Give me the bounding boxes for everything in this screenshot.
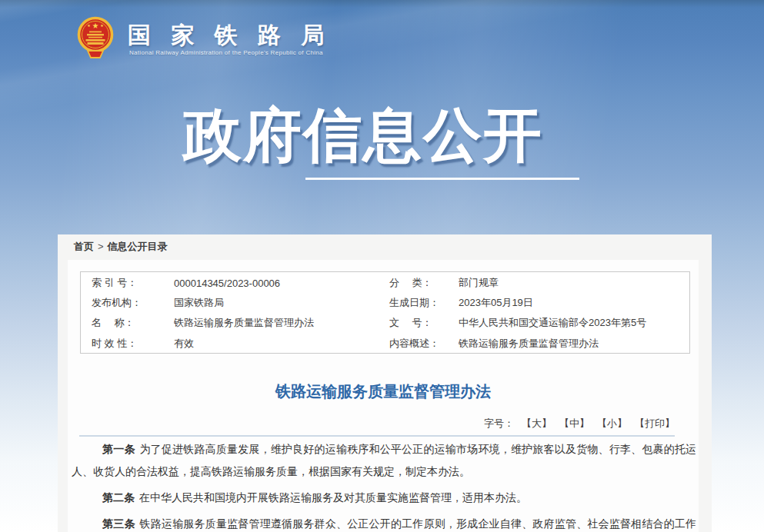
meta-label-name: 名 称：	[92, 316, 174, 330]
meta-label-doc-number: 文 号：	[389, 316, 459, 330]
svg-text:★: ★	[100, 23, 104, 28]
meta-value-doc-number: 中华人民共和国交通运输部令2023年第5号	[459, 316, 689, 330]
meta-value-issuer: 国家铁路局	[174, 296, 389, 310]
meta-label-issue-date: 生成日期：	[389, 296, 459, 310]
meta-label-issuer: 发布机构：	[92, 296, 174, 310]
article-number: 第二条	[102, 491, 135, 504]
banner-underline	[305, 178, 579, 180]
document-meta-table: 索 引 号： 000014345/2023-00006 分 类： 部门规章 发布…	[80, 271, 690, 354]
print-button[interactable]: 【打印】	[635, 417, 675, 429]
site-title[interactable]: 国 家 铁 路 局	[128, 20, 331, 52]
article-paragraph: 第一条为了促进铁路高质量发展，维护良好的运输秩序和公平公正的运输市场环境，维护旅…	[72, 438, 696, 483]
site-title-english: National Railway Administration of the P…	[129, 49, 323, 56]
meta-value-issue-date: 2023年05月19日	[459, 296, 689, 310]
fontsize-label: 字号：	[484, 417, 514, 429]
meta-label-validity: 时 效 性：	[92, 337, 174, 351]
meta-value-validity: 有效	[174, 337, 389, 351]
meta-label-index-no: 索 引 号：	[92, 276, 174, 290]
breadcrumb-current[interactable]: 信息公开目录	[108, 241, 168, 252]
fontsize-medium-button[interactable]: 【中】	[559, 417, 589, 429]
fontsize-large-button[interactable]: 【大】	[522, 417, 552, 429]
meta-value-name: 铁路运输服务质量监督管理办法	[174, 316, 389, 330]
article-number: 第三条	[102, 517, 135, 530]
fontsize-small-button[interactable]: 【小】	[597, 417, 627, 429]
article-text: 为了促进铁路高质量发展，维护良好的运输秩序和公平公正的运输市场环境，维护旅客以及…	[72, 443, 696, 477]
national-emblem-icon[interactable]: ★ ★ ★	[76, 15, 115, 60]
government-info-page: ★ ★ ★ 国 家 铁 路 局 National Railway Adminis…	[0, 0, 764, 532]
breadcrumb: 首页>信息公开目录	[74, 240, 168, 254]
banner-title: 政府信息公开	[183, 97, 543, 176]
article-paragraph: 第三条铁路运输服务质量监督管理遵循服务群众、公正公开的工作原则，形成企业自律、政…	[72, 513, 696, 532]
meta-value-index-no: 000014345/2023-00006	[174, 278, 389, 289]
meta-value-category: 部门规章	[459, 276, 689, 290]
article-body: 第一条为了促进铁路高质量发展，维护良好的运输秩序和公平公正的运输市场环境，维护旅…	[72, 438, 696, 532]
article-number: 第一条	[102, 443, 135, 455]
article-text: 在中华人民共和国境内开展铁路运输服务及对其质量实施监督管理，适用本办法。	[139, 491, 527, 504]
svg-text:★: ★	[87, 23, 91, 28]
fontsize-controls: 字号：【大】【中】【小】【打印】	[68, 417, 675, 431]
breadcrumb-home-link[interactable]: 首页	[74, 241, 94, 252]
svg-text:★: ★	[92, 22, 99, 30]
meta-value-summary: 铁路运输服务质量监督管理办法	[459, 337, 689, 351]
breadcrumb-separator: >	[98, 241, 104, 252]
article-divider	[79, 435, 675, 437]
document-title: 铁路运输服务质量监督管理办法	[68, 381, 699, 402]
article-text: 铁路运输服务质量监督管理遵循服务群众、公正公开的工作原则，形成企业自律、政府监管…	[72, 517, 696, 532]
article-paragraph: 第二条在中华人民共和国境内开展铁路运输服务及对其质量实施监督管理，适用本办法。	[72, 487, 696, 509]
meta-label-category: 分 类：	[389, 276, 459, 290]
meta-label-summary: 内容概述：	[389, 337, 459, 351]
